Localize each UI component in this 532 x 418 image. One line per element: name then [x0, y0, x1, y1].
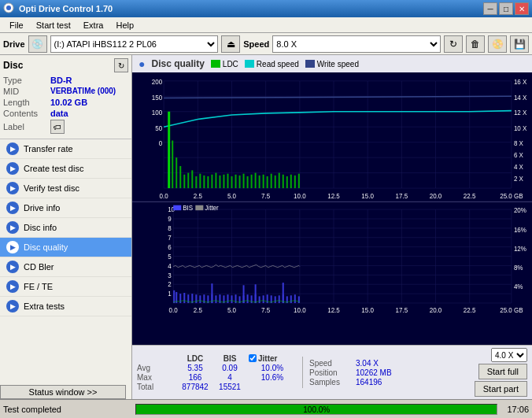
- drive-info-label: Drive info: [24, 203, 60, 213]
- disc-quality-label: Disc quality: [24, 242, 68, 252]
- svg-text:8: 8: [168, 224, 172, 232]
- maximize-button[interactable]: □: [499, 2, 513, 15]
- svg-text:22.5: 22.5: [464, 306, 476, 314]
- length-label: Length: [3, 98, 50, 107]
- svg-text:16 X: 16 X: [514, 78, 527, 86]
- svg-rect-51: [283, 175, 284, 188]
- read-speed-color: [245, 60, 254, 68]
- disc-title: Disc: [3, 60, 23, 71]
- sidebar-item-disc-quality[interactable]: ▶ Disc quality: [0, 238, 131, 257]
- svg-rect-49: [275, 176, 276, 188]
- svg-rect-154: [283, 283, 284, 303]
- sidebar-item-transfer-rate[interactable]: ▶ Transfer rate: [0, 139, 131, 159]
- svg-text:3: 3: [168, 271, 172, 279]
- svg-text:20%: 20%: [514, 206, 527, 214]
- total-ldc-val: 877842: [179, 383, 211, 391]
- stats-bis-header: BIS: [214, 354, 246, 363]
- type-label: Type: [3, 76, 50, 85]
- menu-start-test[interactable]: Start test: [30, 19, 77, 31]
- legend-read-speed: Read speed: [245, 60, 299, 68]
- speed-stat-label: Speed: [309, 359, 353, 368]
- verify-test-disc-label: Verify test disc: [24, 183, 79, 193]
- svg-rect-31: [203, 176, 205, 188]
- svg-text:7.5: 7.5: [261, 306, 270, 314]
- menu-extra[interactable]: Extra: [77, 19, 110, 31]
- drive-bar: Drive 💿 (I:) ATAPI iHBS112 2 PL06 ⏏ Spee…: [0, 33, 532, 55]
- disc-info-label: Disc info: [24, 223, 57, 232]
- svg-rect-52: [286, 176, 288, 188]
- stats-grid: LDC BIS Jitter Avg 5.35 0.09 10.0% Max 1…: [137, 354, 296, 391]
- refresh-button[interactable]: ↻: [444, 35, 463, 53]
- drive-select[interactable]: (I:) ATAPI iHBS112 2 PL06: [50, 35, 219, 53]
- svg-text:12.5: 12.5: [327, 192, 340, 200]
- stats-ldc-header: LDC: [179, 354, 211, 363]
- svg-text:5: 5: [168, 253, 172, 261]
- svg-rect-33: [211, 175, 212, 188]
- save-button[interactable]: 💾: [510, 35, 529, 53]
- svg-text:17.5: 17.5: [396, 306, 408, 314]
- disc-quality-icon: ▶: [6, 241, 19, 253]
- svg-rect-22: [168, 112, 170, 188]
- svg-rect-133: [231, 295, 232, 303]
- svg-text:15.0: 15.0: [361, 306, 374, 314]
- stats-divider: [302, 357, 303, 388]
- svg-text:20.0: 20.0: [430, 306, 442, 314]
- svg-rect-152: [243, 285, 245, 303]
- svg-text:20.0: 20.0: [430, 192, 442, 200]
- test-speed-select[interactable]: 4.0 X: [491, 348, 527, 362]
- drive-info-icon: ▶: [6, 202, 19, 214]
- avg-bis-val: 0.09: [214, 364, 246, 372]
- menu-file[interactable]: File: [3, 19, 30, 31]
- svg-rect-48: [271, 174, 272, 188]
- svg-rect-25: [179, 166, 181, 188]
- jitter-checkbox[interactable]: [249, 354, 257, 362]
- sidebar-item-fe-te[interactable]: ▶ FE / TE: [0, 277, 131, 297]
- svg-rect-44: [255, 173, 257, 188]
- label-icon-button[interactable]: 🏷: [50, 120, 65, 134]
- start-part-button[interactable]: Start part: [475, 381, 527, 397]
- write-button[interactable]: 📀: [488, 35, 507, 53]
- charts-svg: 200 150 100 50 0 16 X 14 X 12 X 10 X 8 X…: [132, 72, 532, 345]
- svg-text:10.0: 10.0: [294, 192, 306, 200]
- svg-rect-125: [199, 295, 201, 303]
- svg-rect-54: [294, 176, 296, 188]
- sidebar-item-extra-tests[interactable]: ▶ Extra tests: [0, 297, 131, 316]
- sidebar-item-verify-test-disc[interactable]: ▶ Verify test disc: [0, 179, 131, 198]
- speed-select[interactable]: 8.0 X: [272, 35, 441, 53]
- sidebar-item-create-test-disc[interactable]: ▶ Create test disc: [0, 159, 131, 179]
- cd-bler-label: CD Bler: [24, 262, 54, 272]
- disc-panel: Disc ↻ Type BD-R MID VERBATIMe (000) Len…: [0, 55, 131, 139]
- svg-rect-32: [207, 176, 209, 188]
- sidebar-item-disc-info[interactable]: ▶ Disc info: [0, 218, 131, 238]
- svg-rect-148: [290, 295, 292, 303]
- svg-rect-144: [275, 296, 276, 303]
- samples-val: 164196: [356, 378, 407, 387]
- position-label: Position: [309, 368, 353, 377]
- status-window-button[interactable]: Status window >>: [0, 385, 126, 399]
- speed-label: Speed: [243, 39, 269, 49]
- svg-text:12 X: 12 X: [514, 109, 527, 117]
- svg-text:10.0: 10.0: [294, 306, 306, 314]
- sidebar-item-drive-info[interactable]: ▶ Drive info: [0, 198, 131, 218]
- svg-text:14 X: 14 X: [514, 93, 527, 101]
- menu-help[interactable]: Help: [109, 19, 140, 31]
- svg-text:4%: 4%: [514, 282, 523, 290]
- start-full-button[interactable]: Start full: [478, 364, 527, 379]
- eject-button[interactable]: ⏏: [221, 35, 240, 53]
- disc-info-icon: ▶: [6, 221, 19, 234]
- svg-text:12.5: 12.5: [327, 306, 340, 314]
- contents-label: Contents: [3, 109, 50, 118]
- svg-rect-53: [290, 175, 292, 188]
- disc-refresh-button[interactable]: ↻: [114, 58, 128, 72]
- svg-rect-30: [199, 174, 201, 188]
- svg-text:100: 100: [152, 109, 163, 117]
- svg-rect-23: [172, 141, 173, 189]
- fe-te-icon: ▶: [6, 280, 19, 293]
- sidebar-item-cd-bler[interactable]: ▶ CD Bler: [0, 257, 131, 277]
- svg-text:BIS: BIS: [183, 204, 193, 212]
- minimize-button[interactable]: ─: [483, 2, 497, 15]
- speed-row: 4.0 X: [491, 348, 527, 362]
- close-button[interactable]: ✕: [515, 2, 529, 15]
- svg-rect-46: [263, 175, 264, 188]
- erase-button[interactable]: 🗑: [466, 35, 485, 53]
